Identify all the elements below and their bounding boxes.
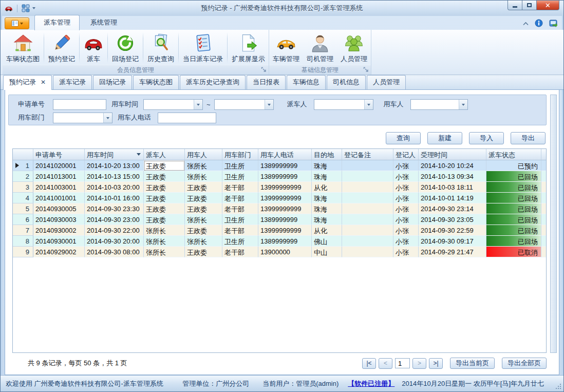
table-cell[interactable]: 2014-09-30 09:17 [419, 236, 486, 247]
table-cell[interactable]: 张所长 [185, 214, 222, 225]
table-cell[interactable]: 老干部 [222, 193, 258, 203]
table-row[interactable]: 2201410130012014-10-13 15:00王政委张所长卫生所138… [13, 171, 546, 182]
table-cell[interactable]: 2014-10-03 20:00 [85, 182, 144, 193]
table-cell[interactable]: 老干部 [222, 247, 258, 257]
dispatcher-combo[interactable] [314, 99, 373, 110]
layout-grid-icon[interactable] [22, 4, 30, 12]
table-cell[interactable] [342, 160, 393, 171]
table-cell[interactable]: 王政委 [185, 225, 222, 236]
column-header[interactable]: 用车人 [185, 149, 222, 160]
table-cell[interactable]: 2014-09-30 20:00 [85, 236, 144, 247]
ribbon-button-driver[interactable]: 司机管理 [303, 31, 337, 65]
table-cell[interactable]: 20140930005 [33, 203, 85, 214]
table-cell[interactable]: 2014-09-30 23:30 [85, 203, 144, 214]
dispatch-status-cell[interactable]: 已回场 [486, 236, 541, 247]
chevron-down-icon[interactable] [194, 100, 202, 109]
table-cell[interactable]: 20141003001 [33, 182, 85, 193]
export-button[interactable]: 导出 [511, 132, 546, 144]
table-cell[interactable]: 1389999999 [258, 160, 312, 171]
table-cell[interactable]: 珠海 [312, 160, 342, 171]
department-combo[interactable] [53, 113, 112, 123]
dispatch-status-cell[interactable]: 已回场 [486, 171, 541, 182]
table-cell[interactable]: 小张 [393, 214, 419, 225]
ribbon-button-return-refresh[interactable]: 回场登记 [108, 31, 142, 65]
table-cell[interactable]: 珠海 [312, 193, 342, 203]
table-row[interactable]: 6201409300032014-09-30 23:00王政委张所长卫生所138… [13, 214, 546, 225]
column-header[interactable]: 登记备注 [342, 149, 393, 160]
table-cell[interactable]: 小张 [393, 171, 419, 182]
ribbon-button-people[interactable]: 人员管理 [337, 31, 371, 65]
table-cell[interactable] [342, 171, 393, 182]
table-cell[interactable]: 2014-10-13 15:00 [85, 171, 144, 182]
table-row[interactable]: 9201409290022014-09-30 08:00张所长王政委老干部139… [13, 247, 546, 257]
table-cell[interactable] [342, 203, 393, 214]
table-cell[interactable]: 1389999999 [258, 171, 312, 182]
table-cell[interactable]: 小张 [393, 193, 419, 203]
table-cell[interactable]: 20140930001 [33, 236, 85, 247]
table-row[interactable]: 1201410200012014-10-20 13:00王政委张所长卫生所138… [13, 160, 546, 171]
chevron-down-icon[interactable] [265, 100, 273, 109]
ribbon-button-extend-screen[interactable]: 扩展屏显示 [228, 31, 269, 65]
column-header[interactable]: 受理时间 [419, 149, 486, 160]
chevron-down-icon[interactable] [459, 100, 467, 109]
table-cell[interactable]: 2014-09-30 23:14 [419, 203, 486, 214]
doc-tab-8[interactable]: 司机信息 [327, 75, 366, 89]
export-current-page-button[interactable]: 导出当前页 [450, 358, 495, 369]
maximize-button[interactable] [522, 1, 537, 10]
table-cell[interactable]: 2014-10-01 14:19 [419, 193, 486, 203]
table-row[interactable]: 5201409300052014-09-30 23:30王政委王政委老干部139… [13, 203, 546, 214]
table-cell[interactable]: 珠海 [312, 214, 342, 225]
table-cell[interactable]: 王政委 [144, 182, 185, 193]
column-header[interactable]: 目的地 [312, 149, 342, 160]
car-user-combo[interactable] [410, 99, 468, 110]
table-row[interactable]: 8201409300012014-09-30 20:00张所长张所长卫生所138… [13, 236, 546, 247]
table-cell[interactable]: 王政委 [185, 203, 222, 214]
table-cell[interactable]: 王政委 [185, 193, 222, 203]
column-header[interactable]: 用车人电话 [258, 149, 312, 160]
table-cell[interactable]: 小张 [393, 247, 419, 257]
doc-tab-2[interactable]: 派车记录 [53, 75, 92, 89]
row-number-cell[interactable]: 6 [13, 214, 33, 225]
table-cell[interactable]: 13999999999 [258, 193, 312, 203]
vertical-scrollbar[interactable] [550, 95, 557, 353]
last-page-button[interactable]: >| [429, 358, 443, 369]
first-page-button[interactable]: |< [362, 358, 376, 369]
table-cell[interactable]: 珠海 [312, 203, 342, 214]
close-tab-icon[interactable]: ✕ [41, 79, 46, 85]
table-cell[interactable]: 中山 [312, 247, 342, 257]
chevron-down-icon[interactable] [103, 113, 112, 123]
row-number-cell[interactable]: 1 [13, 160, 33, 171]
table-cell[interactable]: 2014-10-03 18:11 [419, 182, 486, 193]
table-cell[interactable]: 老干部 [222, 203, 258, 214]
use-time-to-combo[interactable] [214, 99, 274, 110]
table-cell[interactable]: 卫生所 [222, 236, 258, 247]
ribbon-button-red-car[interactable]: 派车 [80, 31, 107, 65]
table-cell[interactable] [342, 236, 393, 247]
doc-tab-5[interactable]: 派车历史记录查询 [180, 75, 246, 89]
row-number-cell[interactable]: 9 [13, 247, 33, 257]
table-cell[interactable]: 20140930002 [33, 225, 85, 236]
query-button[interactable]: 查询 [386, 132, 421, 144]
next-page-button[interactable]: > [412, 358, 426, 369]
table-cell[interactable]: 20141001001 [33, 193, 85, 203]
table-cell[interactable] [342, 214, 393, 225]
close-button[interactable]: ✕ [536, 1, 559, 10]
ribbon-button-history-search[interactable]: 历史查询 [144, 31, 178, 65]
table-cell[interactable]: 2014-10-13 09:34 [419, 171, 486, 182]
application-menu-button[interactable] [5, 17, 29, 29]
table-row[interactable]: 4201410010012014-10-01 16:00王政委王政委老干部139… [13, 193, 546, 203]
dialog-launcher-icon[interactable] [261, 67, 267, 72]
table-cell[interactable]: 小张 [393, 236, 419, 247]
table-cell[interactable]: 张所长 [185, 236, 222, 247]
table-cell[interactable] [342, 193, 393, 203]
request-no-input[interactable] [53, 99, 106, 110]
table-cell[interactable]: 从化 [312, 225, 342, 236]
row-number-cell[interactable]: 3 [13, 182, 33, 193]
ribbon-tab-2[interactable]: 系统管理 [82, 15, 126, 30]
table-cell[interactable]: 张所长 [144, 247, 185, 257]
table-cell[interactable] [342, 247, 393, 257]
table-cell[interactable]: 20141020001 [33, 160, 85, 171]
table-cell[interactable] [342, 225, 393, 236]
ribbon-button-house[interactable]: 车辆状态图 [3, 31, 43, 65]
table-cell[interactable]: 王政委 [185, 182, 222, 193]
